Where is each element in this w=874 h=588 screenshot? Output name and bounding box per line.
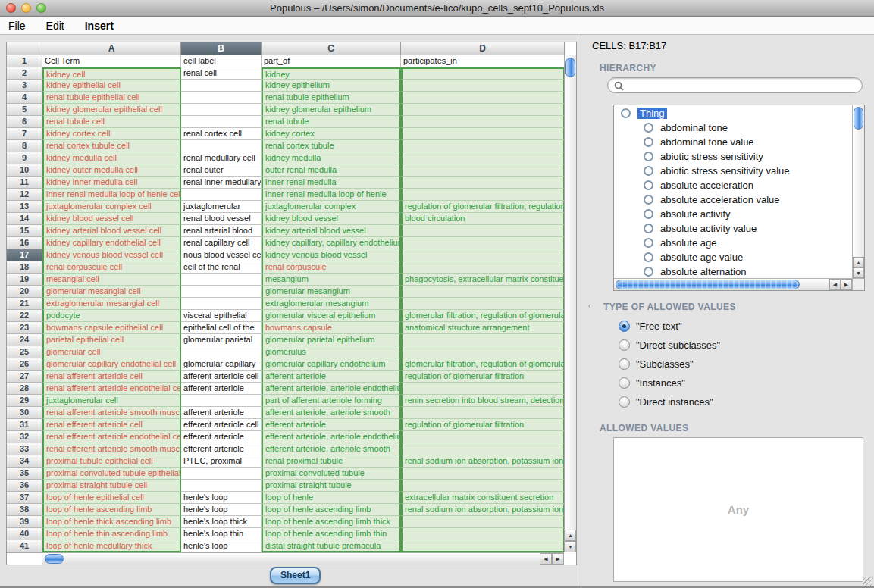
cell-d9[interactable] <box>401 152 565 164</box>
cell-c24[interactable]: glomerular parietal epithelium <box>262 334 401 346</box>
cell-a26[interactable]: glomerular capillary endothelial cell <box>42 358 181 371</box>
cell-b16[interactable]: renal capillary cell <box>181 237 262 249</box>
hierarchy-item[interactable]: absolute activity <box>614 207 852 221</box>
cell-b18[interactable]: cell of the renal <box>181 261 262 274</box>
cell-d31[interactable]: regulation of glomerular filtration <box>401 419 565 431</box>
cell-c2[interactable]: kidney <box>262 67 401 80</box>
cell-c25[interactable]: glomerulus <box>262 346 401 358</box>
row-header-15[interactable]: 15 <box>7 225 42 237</box>
cell-b32[interactable]: efferent arteriole <box>181 431 262 443</box>
sheet-vertical-scrollbar[interactable]: ▲ ▼ <box>564 55 576 552</box>
cell-d37[interactable]: extracellular matrix constituent secreti… <box>401 492 565 504</box>
row-header-33[interactable]: 33 <box>7 443 42 455</box>
zoom-button[interactable] <box>36 3 46 13</box>
hierarchy-search-field[interactable] <box>607 77 863 93</box>
cell-c5[interactable]: kidney glomerular epithelium <box>262 104 401 116</box>
row-header-13[interactable]: 13 <box>7 201 42 213</box>
hierarchy-item[interactable]: absolute acceleration value <box>614 192 852 207</box>
row-header-20[interactable]: 20 <box>7 286 42 298</box>
cell-c18[interactable]: renal corpuscule <box>262 261 401 274</box>
cell-c13[interactable]: juxtaglomerular complex <box>262 201 401 213</box>
cell-b2[interactable]: renal cell <box>181 67 262 80</box>
cell-a11[interactable]: kidney inner medulla cell <box>42 177 181 189</box>
cell-d41[interactable] <box>401 540 565 552</box>
cell-b25[interactable] <box>181 346 262 358</box>
cell-c28[interactable]: afferent arteriole, arteriole endotheliu… <box>262 383 401 395</box>
search-input[interactable] <box>626 79 856 92</box>
radio-icon[interactable] <box>619 377 630 389</box>
cell-c20[interactable]: glomerular mesangium <box>262 286 401 298</box>
row-header-31[interactable]: 31 <box>7 419 42 431</box>
cell-d32[interactable] <box>401 431 565 443</box>
cell-b30[interactable]: afferent arteriole <box>181 407 262 419</box>
radio-icon[interactable] <box>619 321 630 332</box>
cell-c16[interactable]: kidney capillary, capillary endothelium <box>262 237 401 249</box>
cell-c30[interactable]: afferent arteriole, arteriole smooth <box>262 407 401 419</box>
cell-d3[interactable] <box>401 80 565 92</box>
cell-a16[interactable]: kidney capillary endothelial cell <box>42 237 181 249</box>
cell-d25[interactable] <box>401 346 565 358</box>
row-header-39[interactable]: 39 <box>7 516 42 528</box>
cell-d22[interactable]: glomerular filtration, regulation of glo… <box>401 310 565 322</box>
hierarchy-item[interactable]: abiotic stress sensitivity <box>614 149 852 164</box>
cell-d15[interactable] <box>401 225 565 237</box>
cell-c4[interactable]: renal tubule epithelium <box>262 92 401 104</box>
row-header-2[interactable]: 2 <box>7 67 42 80</box>
menu-edit[interactable]: Edit <box>46 20 64 32</box>
row-header-23[interactable]: 23 <box>7 322 42 334</box>
tree-scroll-right-icon[interactable]: ▶ <box>841 279 852 290</box>
cell-b7[interactable]: renal cortex cell <box>181 128 262 140</box>
hierarchy-item[interactable]: absolute activity value <box>614 221 852 236</box>
cell-a18[interactable]: renal corpuscule cell <box>42 261 181 274</box>
cell-a23[interactable]: bowmans capsule epithelial cell <box>42 322 181 334</box>
cell-a27[interactable]: renal afferent arteriole cell <box>42 371 181 383</box>
cell-a3[interactable]: kidney epithelial cell <box>42 80 181 92</box>
row-header-30[interactable]: 30 <box>7 407 42 419</box>
cell-c29[interactable]: part of afferent arteriole forming <box>262 395 401 407</box>
radio-icon[interactable] <box>619 358 630 370</box>
cell-c34[interactable]: renal proximal tubule <box>262 455 401 468</box>
cell-c15[interactable]: kidney arterial blood vessel <box>262 225 401 237</box>
cell-b23[interactable]: epithelial cell of the <box>181 322 262 334</box>
cell-a30[interactable]: renal afferent arteriole smooth muscle <box>42 407 181 419</box>
scroll-left-icon[interactable]: ◀ <box>540 553 552 565</box>
minimize-button[interactable] <box>21 3 31 13</box>
cell-b3[interactable] <box>181 80 262 92</box>
cell-c22[interactable]: glomerular visceral epithelium <box>262 310 401 322</box>
row-header-11[interactable]: 11 <box>7 177 42 189</box>
cell-c10[interactable]: outer renal medulla <box>262 164 401 177</box>
hierarchy-item[interactable]: abdominal tone value <box>614 135 852 149</box>
cell-a19[interactable]: mesangial cell <box>42 274 181 286</box>
cell-c3[interactable]: kidney epithelium <box>262 80 401 92</box>
row-header-3[interactable]: 3 <box>7 80 42 92</box>
cell-d8[interactable] <box>401 140 565 152</box>
cell-b13[interactable]: juxtaglomerular <box>181 201 262 213</box>
tree-scroll-down-icon[interactable]: ▼ <box>853 267 864 278</box>
cell-b4[interactable] <box>181 92 262 104</box>
row-header-21[interactable]: 21 <box>7 298 42 310</box>
cell-a6[interactable]: renal tubule cell <box>42 116 181 128</box>
cell-a38[interactable]: loop of henle ascending limb <box>42 504 181 516</box>
window-resize-grip[interactable] <box>863 577 873 587</box>
cell-d5[interactable] <box>401 104 565 116</box>
row-header-1[interactable]: 1 <box>7 55 42 67</box>
tree-scroll-up-icon[interactable]: ▲ <box>853 257 864 267</box>
cell-d6[interactable] <box>401 116 565 128</box>
cell-c33[interactable]: efferent arteriole, arteriole smooth <box>262 443 401 455</box>
tree-horizontal-scrollbar[interactable]: ◀ ▶ <box>614 278 852 290</box>
radio-option-2[interactable]: "Subclasses" <box>619 355 720 374</box>
hierarchy-item[interactable]: Thing <box>614 106 852 120</box>
cell-d1[interactable]: participates_in <box>401 55 565 67</box>
cell-a8[interactable]: renal cortex tubule cell <box>42 140 181 152</box>
cell-a5[interactable]: kidney glomerular epithelial cell <box>42 104 181 116</box>
cell-b38[interactable]: henle's loop <box>181 504 262 516</box>
cell-a10[interactable]: kidney outer medulla cell <box>42 164 181 177</box>
cell-d23[interactable]: anatomical structure arrangement <box>401 322 565 334</box>
radio-option-4[interactable]: "Direct instances" <box>619 393 720 411</box>
cell-c31[interactable]: efferent arteriole <box>262 419 401 431</box>
cell-b8[interactable] <box>181 140 262 152</box>
cell-a17[interactable]: kidney venous blood vessel cell <box>42 249 181 261</box>
cell-c21[interactable]: extraglomerular mesangium <box>262 298 401 310</box>
cell-b6[interactable] <box>181 116 262 128</box>
cell-b39[interactable]: henle's loop thick <box>181 516 262 528</box>
